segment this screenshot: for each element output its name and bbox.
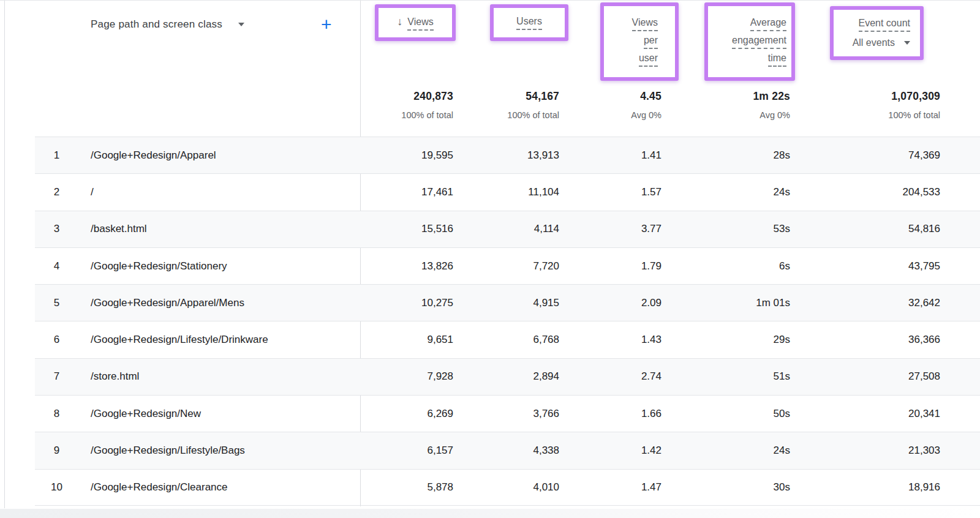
chevron-down-icon[interactable] bbox=[904, 41, 910, 45]
event-scope-value[interactable]: All events bbox=[853, 37, 895, 48]
row-page-path: /Google+Redesign/Stationery bbox=[91, 260, 360, 272]
row-page-path: /Google+Redesign/Lifestyle/Drinkware bbox=[91, 334, 360, 346]
row-page-path: /Google+Redesign/Apparel/Mens bbox=[91, 297, 360, 309]
row-rank: 5 bbox=[35, 297, 91, 309]
table-row: 1 /Google+Redesign/Apparel 19,595 13,913… bbox=[35, 137, 980, 173]
row-views: 10,275 bbox=[360, 297, 453, 309]
sort-descending-icon[interactable]: ↓ bbox=[397, 15, 402, 28]
row-users: 6,768 bbox=[453, 334, 559, 346]
row-event-count: 32,642 bbox=[790, 297, 940, 309]
highlight-box-avg-engagement-time: Average engagement time bbox=[704, 2, 795, 81]
highlight-box-views: ↓Views bbox=[375, 4, 456, 41]
row-rank: 9 bbox=[35, 445, 91, 457]
total-users: 54,167 100% of total bbox=[453, 89, 559, 120]
row-users: 11,104 bbox=[453, 186, 559, 198]
row-views-per-user: 1.79 bbox=[559, 260, 662, 272]
row-views: 7,928 bbox=[360, 370, 453, 383]
column-header-avg-engagement-line1[interactable]: Average bbox=[750, 17, 786, 31]
row-page-path: / bbox=[91, 186, 360, 198]
row-avg-engagement-time: 53s bbox=[662, 223, 790, 235]
row-avg-engagement-time: 28s bbox=[662, 149, 790, 162]
row-views: 6,269 bbox=[360, 408, 453, 420]
table-body: 1 /Google+Redesign/Apparel 19,595 13,913… bbox=[35, 137, 980, 506]
column-header-avg-engagement-line3[interactable]: time bbox=[768, 53, 786, 67]
row-event-count: 21,303 bbox=[790, 445, 940, 457]
row-users: 4,114 bbox=[453, 223, 559, 235]
row-users: 7,720 bbox=[453, 260, 559, 272]
row-views: 13,826 bbox=[360, 260, 453, 272]
row-views-per-user: 3.77 bbox=[559, 223, 662, 235]
table-row: 9 /Google+Redesign/Lifestyle/Bags 6,157 … bbox=[35, 432, 980, 468]
row-event-count: 74,369 bbox=[790, 149, 940, 162]
row-users: 3,766 bbox=[453, 408, 559, 420]
row-views-per-user: 1.43 bbox=[559, 334, 662, 346]
column-header-views-label[interactable]: Views bbox=[407, 17, 433, 31]
total-views-per-user: 4.45 Avg 0% bbox=[559, 89, 662, 120]
row-users: 4,915 bbox=[453, 297, 559, 309]
table-row: 4 /Google+Redesign/Stationery 13,826 7,7… bbox=[35, 247, 980, 284]
row-views-per-user: 2.74 bbox=[559, 370, 662, 383]
table-row: 7 /store.html 7,928 2,894 2.74 51s 27,50… bbox=[35, 358, 980, 395]
analytics-pages-report: Page path and screen class + ↓Views User… bbox=[0, 0, 980, 518]
row-avg-engagement-time: 24s bbox=[662, 186, 790, 198]
row-views-per-user: 1.41 bbox=[559, 149, 662, 162]
event-scope-selector[interactable]: All events bbox=[853, 37, 910, 48]
row-page-path: /Google+Redesign/Lifestyle/Bags bbox=[91, 445, 360, 457]
row-views: 15,516 bbox=[360, 223, 453, 235]
add-dimension-button[interactable]: + bbox=[321, 13, 332, 36]
row-avg-engagement-time: 1m 01s bbox=[662, 297, 790, 309]
row-rank: 7 bbox=[35, 370, 91, 383]
row-avg-engagement-time: 24s bbox=[662, 445, 790, 457]
row-avg-engagement-time: 30s bbox=[662, 481, 790, 494]
row-users: 4,010 bbox=[453, 481, 559, 494]
row-rank: 4 bbox=[35, 260, 91, 272]
row-event-count: 54,816 bbox=[790, 223, 940, 235]
dimension-label[interactable]: Page path and screen class bbox=[91, 18, 222, 31]
row-rank: 2 bbox=[35, 186, 91, 198]
row-event-count: 18,916 bbox=[790, 481, 940, 494]
row-avg-engagement-time: 6s bbox=[662, 260, 790, 272]
highlight-box-views-per-user: Views per user bbox=[600, 2, 679, 81]
row-event-count: 20,341 bbox=[790, 408, 940, 420]
row-views-per-user: 1.47 bbox=[559, 481, 662, 494]
row-views: 6,157 bbox=[360, 445, 453, 457]
row-views: 5,878 bbox=[360, 481, 453, 494]
highlight-box-users: Users bbox=[490, 4, 568, 41]
column-header-views-per-user-line2[interactable]: per bbox=[644, 35, 658, 49]
total-avg-engagement-time: 1m 22s Avg 0% bbox=[662, 89, 790, 120]
column-header-views[interactable]: ↓Views bbox=[397, 15, 433, 31]
column-header-event-count[interactable]: Event count bbox=[859, 18, 911, 32]
top-divider bbox=[0, 0, 980, 1]
table-row: 5 /Google+Redesign/Apparel/Mens 10,275 4… bbox=[35, 284, 980, 321]
table-row: 2 / 17,461 11,104 1.57 24s 204,533 bbox=[35, 173, 980, 210]
dimension-header: Page path and screen class bbox=[91, 15, 244, 34]
row-views-per-user: 1.66 bbox=[559, 408, 662, 420]
horizontal-scroll-area[interactable] bbox=[0, 509, 980, 518]
row-views: 19,595 bbox=[360, 149, 453, 162]
left-divider bbox=[4, 1, 5, 508]
total-event-count: 1,070,309 100% of total bbox=[790, 89, 940, 120]
row-users: 2,894 bbox=[453, 370, 559, 383]
row-page-path: /Google+Redesign/Apparel bbox=[91, 149, 360, 162]
table-row: 8 /Google+Redesign/New 6,269 3,766 1.66 … bbox=[35, 395, 980, 432]
chevron-down-icon[interactable] bbox=[238, 23, 244, 26]
row-rank: 1 bbox=[35, 149, 91, 162]
column-header-views-per-user-line1[interactable]: Views bbox=[632, 17, 658, 31]
row-users: 4,338 bbox=[453, 445, 559, 457]
highlight-box-event-count: Event count All events bbox=[830, 6, 924, 60]
row-event-count: 27,508 bbox=[790, 370, 940, 383]
row-page-path: /store.html bbox=[91, 370, 360, 383]
column-header-avg-engagement-line2[interactable]: engagement bbox=[732, 35, 786, 49]
row-avg-engagement-time: 50s bbox=[662, 408, 790, 420]
column-header-users[interactable]: Users bbox=[516, 16, 542, 30]
row-page-path: /Google+Redesign/Clearance bbox=[91, 481, 360, 494]
row-rank: 10 bbox=[35, 481, 91, 494]
row-rank: 6 bbox=[35, 334, 91, 346]
column-header-views-per-user-line3[interactable]: user bbox=[639, 53, 658, 67]
table-row: 3 /basket.html 15,516 4,114 3.77 53s 54,… bbox=[35, 211, 980, 247]
row-views-per-user: 1.42 bbox=[559, 445, 662, 457]
row-users: 13,913 bbox=[453, 149, 559, 162]
row-avg-engagement-time: 51s bbox=[662, 370, 790, 383]
row-rank: 3 bbox=[35, 223, 91, 235]
table-row: 6 /Google+Redesign/Lifestyle/Drinkware 9… bbox=[35, 321, 980, 358]
